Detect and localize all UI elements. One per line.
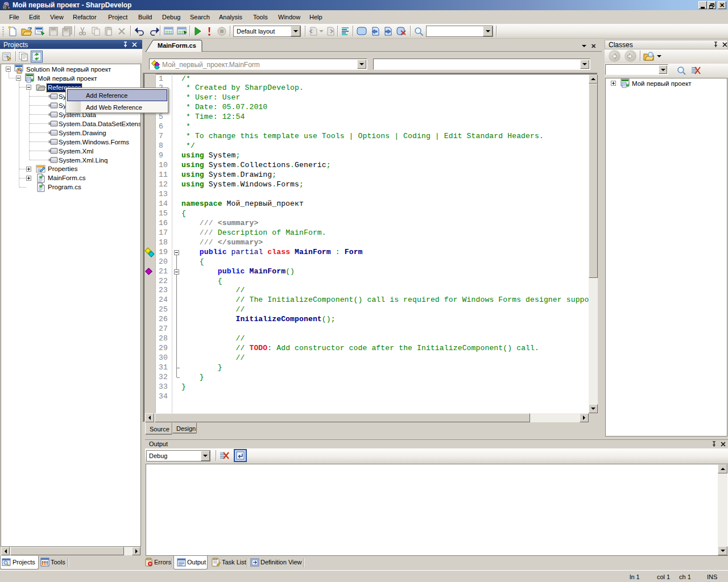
svg-text:SD: SD — [3, 5, 9, 9]
